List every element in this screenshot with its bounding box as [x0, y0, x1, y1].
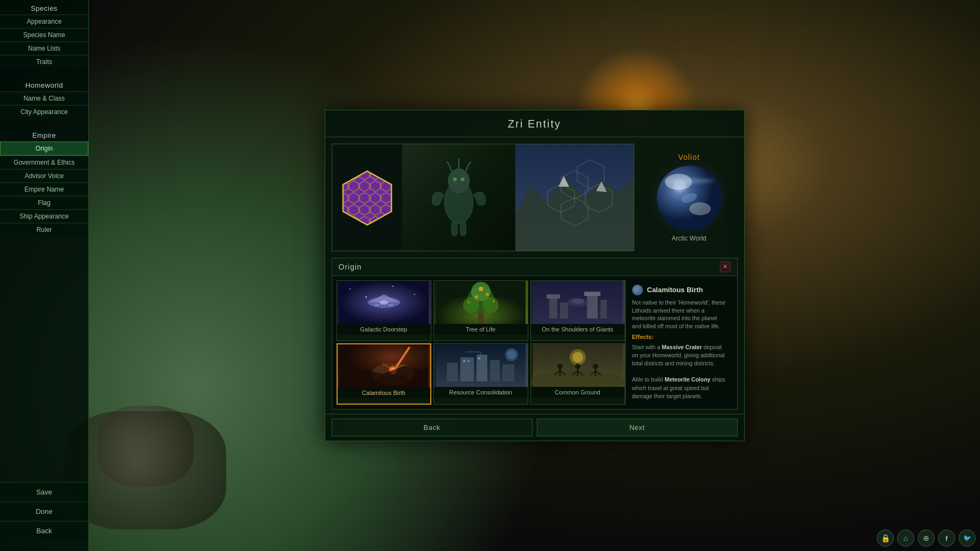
modal-footer: Back Next [325, 414, 744, 441]
origin-close-button[interactable]: ✕ [720, 262, 731, 272]
creature-svg [421, 154, 496, 241]
sidebar-item-empire-name[interactable]: Empire Name [0, 182, 88, 196]
sidebar-item-appearance[interactable]: Appearance [0, 15, 88, 28]
svg-point-88 [575, 364, 580, 369]
landscape-display [515, 144, 634, 251]
planet-name: Voliot [678, 153, 699, 161]
next-button[interactable]: Next [537, 419, 738, 436]
card-calamitous-label: Calamitous Birth [338, 387, 430, 398]
back-button[interactable]: Back [332, 419, 533, 436]
svg-point-34 [388, 304, 394, 306]
twitter-icon[interactable]: 🐦 [958, 529, 976, 547]
svg-rect-74 [478, 357, 480, 359]
svg-point-78 [507, 350, 516, 359]
svg-point-33 [374, 304, 380, 306]
origin-card-resource-consolidation[interactable]: Resource Consolidation [433, 343, 528, 405]
svg-rect-71 [502, 364, 514, 382]
svg-point-40 [471, 282, 491, 301]
planet-globe [657, 166, 722, 230]
sidebar-homeworld-label: Homeworld [0, 77, 88, 91]
origin-panel-header: Origin ✕ [332, 258, 737, 276]
main-content: Zri Entity [89, 0, 980, 551]
svg-rect-47 [549, 297, 557, 319]
svg-rect-72 [463, 360, 465, 362]
svg-rect-73 [467, 360, 470, 362]
card-tree-label: Tree of Life [434, 324, 528, 335]
sidebar: Species Appearance Species Name Name Lis… [0, 0, 89, 551]
card-galactic-img [337, 281, 431, 324]
sidebar-item-ruler[interactable]: Ruler [0, 223, 88, 236]
origin-info-title: Calamitous Birth [647, 286, 703, 294]
sidebar-item-traits[interactable]: Traits [0, 55, 88, 68]
card-shoulders-img [531, 281, 625, 324]
svg-rect-68 [460, 357, 474, 382]
sidebar-item-name-class[interactable]: Name & Class [0, 91, 88, 105]
svg-point-41 [475, 295, 478, 299]
sidebar-item-city-appearance[interactable]: City Appearance [0, 105, 88, 118]
svg-rect-51 [547, 294, 560, 299]
svg-rect-49 [587, 294, 598, 319]
modal-header: Voliot [325, 137, 744, 258]
svg-rect-50 [600, 300, 607, 319]
sidebar-item-ship-appearance[interactable]: Ship Appearance [0, 209, 88, 223]
done-button[interactable]: Done [0, 501, 88, 521]
origin-info-panel: Calamitous Birth Not native to their 'Ho… [625, 280, 733, 405]
planet-info: Voliot [641, 144, 738, 251]
card-common-label: Common Ground [531, 387, 625, 398]
svg-rect-8 [451, 221, 457, 236]
svg-rect-67 [447, 363, 458, 382]
home-icon[interactable]: ⌂ [897, 529, 914, 547]
origin-card-on-the-shoulders[interactable]: On the Shoulders of Giants [530, 280, 625, 341]
svg-point-26 [365, 296, 367, 298]
globe-icon[interactable]: ⊕ [918, 529, 935, 547]
svg-point-6 [453, 178, 457, 181]
svg-point-54 [571, 299, 584, 304]
origin-options-grid: Galactic Doorstep [337, 280, 625, 405]
sidebar-item-species-name[interactable]: Species Name [0, 28, 88, 41]
origin-card-galactic-doorstep[interactable]: Galactic Doorstep [337, 280, 431, 341]
origin-card-calamitous-birth[interactable]: Calamitous Birth [337, 343, 431, 405]
modal-title: Zri Entity [325, 110, 744, 137]
lock-icon[interactable]: 🔒 [877, 529, 894, 547]
origin-grid: Galactic Doorstep [332, 276, 737, 409]
card-calamitous-img [338, 344, 430, 387]
save-button[interactable]: Save [0, 482, 88, 501]
card-resource-label: Resource Consolidation [434, 387, 528, 398]
svg-point-32 [380, 300, 388, 305]
svg-point-27 [393, 286, 394, 287]
svg-point-45 [493, 300, 495, 302]
sidebar-species-label: Species [0, 0, 88, 15]
sidebar-item-flag[interactable]: Flag [0, 196, 88, 209]
svg-point-42 [486, 293, 489, 296]
svg-point-28 [414, 294, 415, 295]
svg-point-25 [349, 288, 351, 289]
svg-point-84 [557, 364, 563, 369]
card-galactic-label: Galactic Doorstep [337, 324, 431, 335]
hex-emblem-svg [338, 168, 397, 228]
origin-card-common-ground[interactable]: Common Ground [530, 343, 625, 405]
facebook-icon[interactable]: f [938, 529, 955, 547]
svg-point-23 [673, 180, 686, 193]
svg-rect-52 [584, 292, 600, 296]
species-display [332, 144, 634, 251]
svg-rect-70 [490, 360, 500, 382]
sidebar-item-government-ethics[interactable]: Government & Ethics [0, 156, 88, 169]
sidebar-item-advisor-voice[interactable]: Advisor Voice [0, 169, 88, 182]
sidebar-item-origin[interactable]: Origin [0, 142, 88, 156]
back-button-sidebar[interactable]: Back [0, 521, 88, 540]
planet-globe-svg [657, 166, 722, 230]
sidebar-item-name-lists[interactable]: Name Lists [0, 41, 88, 55]
svg-point-44 [467, 301, 470, 303]
svg-point-21 [689, 202, 711, 215]
creature-display [402, 144, 515, 251]
svg-point-92 [593, 364, 598, 369]
origin-info-icon [632, 285, 643, 295]
origin-effects-label: Effects: [632, 334, 726, 340]
svg-rect-48 [560, 302, 568, 319]
svg-point-82 [572, 352, 583, 363]
origin-info-description: Not native to their 'Homeworld', these L… [632, 299, 726, 330]
svg-point-5 [448, 169, 469, 193]
svg-point-43 [479, 287, 483, 291]
origin-card-tree-of-life[interactable]: Tree of Life [433, 280, 528, 341]
origin-effects-text: Start with a Massive Crater deposit on y… [632, 343, 726, 401]
